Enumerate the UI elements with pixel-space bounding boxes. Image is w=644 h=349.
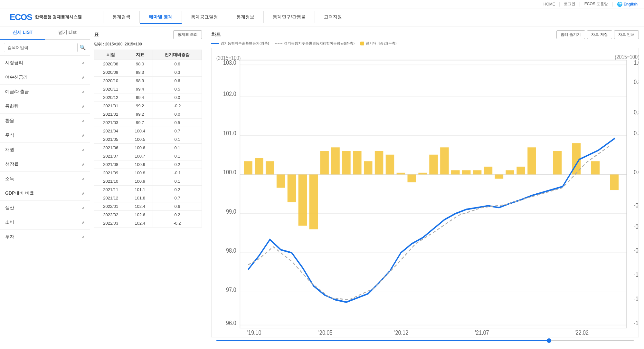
chart-legend: 경기동행지수순환변동치(좌측)경기동행지수순환변동치(3항이동평균)(좌측)전기… — [211, 41, 639, 46]
sidebar-item[interactable]: 소비∧ — [0, 215, 90, 230]
table-cell-date: 2021/06 — [94, 144, 127, 152]
table-cell-change: 0.2 — [153, 160, 202, 169]
sidebar-item[interactable]: 투자∧ — [0, 230, 90, 244]
table-cell-date: 2021/10 — [94, 177, 127, 186]
table-row: 2022/02 102.6 0.2 — [94, 211, 202, 219]
sidebar-list: 시장금리∧여수신금리∧예금/대출금∧통화량∧환율∧주식∧채권∧성장률∧소득∧GD… — [0, 56, 90, 346]
nav-item-통계정보[interactable]: 통계정보 — [227, 11, 264, 23]
table-cell-date: 2021/01 — [94, 102, 127, 110]
home-link[interactable]: HOME — [544, 2, 555, 6]
sidebar-item[interactable]: 환율∧ — [0, 114, 90, 128]
svg-rect-46 — [364, 161, 373, 174]
legend-label: 경기동행지수순환변동치(좌측) — [221, 41, 269, 46]
sidebar-item[interactable]: 채권∧ — [0, 143, 90, 157]
table-row: 2022/03 102.4 -0.2 — [94, 219, 202, 228]
chart-panel-title: 차트 — [211, 32, 221, 38]
table-cell-index: 102.6 — [127, 211, 153, 219]
svg-text:0.8: 0.8 — [634, 78, 639, 85]
svg-rect-0 — [212, 48, 639, 337]
svg-text:(2015=100): (2015=100) — [615, 53, 639, 60]
table-cell-date: 2022/02 — [94, 211, 127, 219]
table-cell-index: 101.8 — [127, 194, 153, 202]
svg-text:'22.02: '22.02 — [574, 329, 589, 336]
svg-rect-48 — [386, 155, 394, 175]
sidebar-item[interactable]: 주식∧ — [0, 128, 90, 143]
chevron-icon: ∧ — [82, 220, 85, 225]
nav-item-통계공표일정[interactable]: 통계공표일정 — [182, 11, 227, 23]
table-cell-change: -0.1 — [153, 169, 202, 177]
table-cell-index: 100.4 — [127, 127, 153, 135]
table-cell-date: 2021/09 — [94, 169, 127, 177]
legend-dashed-icon — [275, 43, 282, 44]
table-cell-index: 99.4 — [127, 93, 153, 102]
nav-item-통계연구/간행물[interactable]: 통계연구/간행물 — [264, 11, 315, 23]
svg-text:101.0: 101.0 — [223, 129, 236, 137]
chevron-icon: ∧ — [82, 104, 85, 109]
svg-rect-54 — [451, 170, 460, 174]
svg-text:'20.12: '20.12 — [394, 329, 409, 336]
stats-table-view-button[interactable]: 통계표 조회 — [173, 30, 202, 39]
table-row: 2021/08 100.9 0.2 — [94, 160, 202, 169]
chart-print-button[interactable]: 차트 인쇄 — [614, 30, 639, 39]
globe-icon: 🌐 — [617, 2, 622, 7]
sidebar-item[interactable]: GDP대비 비율∧ — [0, 186, 90, 201]
svg-rect-43 — [331, 147, 340, 174]
table-cell-change: 0.3 — [153, 68, 202, 77]
table-row: 2021/12 101.8 0.7 — [94, 194, 202, 202]
chart-range-slider[interactable] — [216, 340, 634, 341]
svg-rect-45 — [353, 151, 362, 175]
chart-header: 차트 범례 숨기기 차트 저장 차트 인쇄 — [211, 30, 639, 39]
nav-item-고객지원[interactable]: 고객지원 — [315, 11, 351, 23]
svg-rect-61 — [527, 147, 536, 174]
svg-text:'20.05: '20.05 — [318, 329, 333, 336]
svg-rect-35 — [244, 161, 252, 174]
sidebar-item[interactable]: 예금/대출금∧ — [0, 85, 90, 99]
table-cell-change: 0.5 — [153, 119, 202, 127]
login-link[interactable]: 로그인 — [564, 1, 575, 7]
chevron-icon: ∧ — [82, 162, 85, 167]
svg-text:102.0: 102.0 — [223, 90, 236, 98]
sidebar-item[interactable]: 생산∧ — [0, 201, 90, 215]
table-header-row: 시점지표전기대비증감 — [94, 50, 202, 60]
table-row: 2021/09 100.8 -0.1 — [94, 169, 202, 177]
svg-rect-41 — [309, 174, 318, 229]
table-cell-date: 2021/07 — [94, 152, 127, 160]
sidebar-item[interactable]: 시장금리∧ — [0, 56, 90, 70]
tab-hide[interactable]: 넘기 List — [45, 26, 90, 40]
table-cell-change: 0.1 — [153, 177, 202, 186]
search-button[interactable]: 🔍 — [80, 44, 86, 51]
sidebar-item[interactable]: 통화량∧ — [0, 99, 90, 114]
table-cell-date: 2021/12 — [94, 194, 127, 202]
nav-item-통계검색[interactable]: 통계검색 — [103, 11, 140, 23]
main-header: ECOS 한국은행 경제통계시스템 통계검색테마별 통계통계공표일정통계정보통계… — [0, 8, 644, 26]
svg-text:97.0: 97.0 — [226, 286, 236, 293]
nav-item-테마별 통계[interactable]: 테마별 통계 — [140, 11, 182, 24]
help-link[interactable]: ECOS 도움말 — [584, 1, 608, 7]
search-input[interactable] — [4, 43, 78, 52]
chart-save-button[interactable]: 차트 저장 — [587, 30, 612, 39]
data-table: 시점지표전기대비증감 2020/08 98.0 0.6 2020/09 98.3… — [94, 50, 202, 228]
table-cell-index: 100.9 — [127, 177, 153, 186]
table-cell-change: 0.2 — [153, 186, 202, 194]
legend-toggle-button[interactable]: 범례 숨기기 — [556, 30, 585, 39]
svg-rect-62 — [553, 151, 562, 175]
svg-text:0.5: 0.5 — [634, 108, 639, 116]
svg-rect-51 — [418, 173, 427, 175]
table-cell-date: 2021/11 — [94, 186, 127, 194]
language-selector[interactable]: 🌐 English — [617, 2, 638, 7]
table-row: 2020/09 98.3 0.3 — [94, 68, 202, 77]
sidebar-item[interactable]: 소득∧ — [0, 172, 90, 186]
chart-slider-area[interactable] — [211, 337, 639, 343]
table-cell-date: 2020/11 — [94, 85, 127, 93]
legend-item: 전기대비증감(우측) — [360, 41, 396, 46]
chart-container: 103.0 102.0 101.0 100.0 99.0 98.0 97.0 9… — [211, 48, 639, 337]
tab-all[interactable]: 신세 LIST — [0, 26, 45, 40]
chart-buttons: 범례 숨기기 차트 저장 차트 인쇄 — [556, 30, 639, 39]
main-nav: 통계검색테마별 통계통계공표일정통계정보통계연구/간행물고객지원 — [103, 11, 634, 23]
sidebar-item[interactable]: 여수신금리∧ — [0, 70, 90, 85]
svg-text:-0.3: -0.3 — [634, 201, 639, 209]
table-cell-date: 2020/12 — [94, 93, 127, 102]
sidebar-item-label: 시장금리 — [5, 60, 23, 66]
table-cell-change: 0.0 — [153, 93, 202, 102]
sidebar-item[interactable]: 성장률∧ — [0, 157, 90, 172]
